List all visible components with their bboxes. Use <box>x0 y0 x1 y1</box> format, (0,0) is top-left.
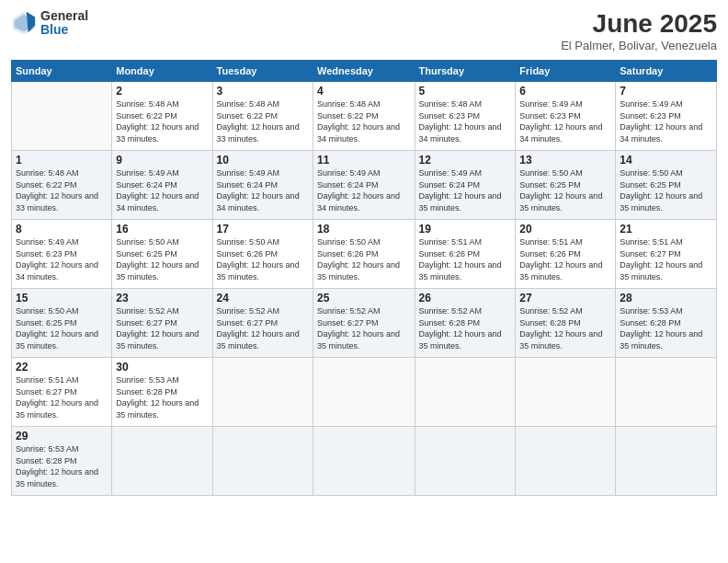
day-info: Sunrise: 5:49 AMSunset: 6:24 PMDaylight:… <box>317 167 410 213</box>
day-number: 4 <box>317 85 410 98</box>
day-number: 21 <box>620 223 712 236</box>
calendar-cell: 8Sunrise: 5:49 AMSunset: 6:23 PMDaylight… <box>12 220 112 289</box>
col-thursday: Thursday <box>415 61 516 82</box>
logo-text: General Blue <box>40 9 88 38</box>
day-number: 20 <box>519 223 611 236</box>
calendar-cell <box>12 82 112 151</box>
calendar-cell: 4Sunrise: 5:48 AMSunset: 6:22 PMDaylight… <box>313 82 415 151</box>
calendar-cell <box>313 358 415 427</box>
calendar-cell: 18Sunrise: 5:50 AMSunset: 6:26 PMDayligh… <box>313 220 415 289</box>
calendar-cell: 14Sunrise: 5:50 AMSunset: 6:25 PMDayligh… <box>616 151 717 220</box>
calendar-cell: 16Sunrise: 5:50 AMSunset: 6:25 PMDayligh… <box>112 220 212 289</box>
calendar-cell: 12Sunrise: 5:49 AMSunset: 6:24 PMDayligh… <box>415 151 516 220</box>
calendar-cell <box>415 427 516 496</box>
header: General Blue June 2025 El Palmer, Boliva… <box>11 9 717 52</box>
calendar-cell: 25Sunrise: 5:52 AMSunset: 6:27 PMDayligh… <box>313 289 415 358</box>
title-area: June 2025 El Palmer, Bolivar, Venezuela <box>561 9 717 52</box>
day-info: Sunrise: 5:49 AMSunset: 6:24 PMDaylight:… <box>419 167 512 213</box>
day-number: 26 <box>419 292 512 304</box>
day-number: 25 <box>317 292 410 304</box>
day-info: Sunrise: 5:51 AMSunset: 6:27 PMDaylight:… <box>16 374 108 420</box>
calendar-cell <box>112 427 212 496</box>
day-number: 14 <box>620 154 712 167</box>
calendar-cell: 2Sunrise: 5:48 AMSunset: 6:22 PMDaylight… <box>112 82 212 151</box>
col-tuesday: Tuesday <box>212 61 313 82</box>
day-number: 30 <box>116 361 208 373</box>
calendar-cell: 28Sunrise: 5:53 AMSunset: 6:28 PMDayligh… <box>616 289 717 358</box>
day-info: Sunrise: 5:49 AMSunset: 6:24 PMDaylight:… <box>116 167 208 213</box>
day-number: 9 <box>116 154 208 167</box>
day-number: 28 <box>620 292 712 304</box>
day-info: Sunrise: 5:50 AMSunset: 6:26 PMDaylight:… <box>317 236 410 282</box>
day-number: 11 <box>317 154 410 167</box>
calendar-week-row: 1Sunrise: 5:48 AMSunset: 6:22 PMDaylight… <box>12 151 717 220</box>
day-info: Sunrise: 5:49 AMSunset: 6:24 PMDaylight:… <box>217 167 309 213</box>
day-info: Sunrise: 5:52 AMSunset: 6:27 PMDaylight:… <box>317 305 410 351</box>
day-number: 12 <box>419 154 512 167</box>
day-info: Sunrise: 5:51 AMSunset: 6:26 PMDaylight:… <box>519 236 611 282</box>
day-number: 19 <box>419 223 512 236</box>
day-info: Sunrise: 5:50 AMSunset: 6:25 PMDaylight:… <box>620 167 712 213</box>
day-number: 10 <box>217 154 309 167</box>
day-info: Sunrise: 5:52 AMSunset: 6:27 PMDaylight:… <box>116 305 208 351</box>
calendar-cell: 22Sunrise: 5:51 AMSunset: 6:27 PMDayligh… <box>12 358 112 427</box>
col-monday: Monday <box>112 61 212 82</box>
day-info: Sunrise: 5:48 AMSunset: 6:22 PMDaylight:… <box>16 167 108 213</box>
logo-icon <box>11 10 37 36</box>
day-info: Sunrise: 5:48 AMSunset: 6:22 PMDaylight:… <box>317 98 410 144</box>
day-info: Sunrise: 5:49 AMSunset: 6:23 PMDaylight:… <box>16 236 108 282</box>
calendar-cell: 20Sunrise: 5:51 AMSunset: 6:26 PMDayligh… <box>516 220 616 289</box>
calendar-cell: 7Sunrise: 5:49 AMSunset: 6:23 PMDaylight… <box>616 82 717 151</box>
day-info: Sunrise: 5:50 AMSunset: 6:26 PMDaylight:… <box>217 236 309 282</box>
calendar-cell: 1Sunrise: 5:48 AMSunset: 6:22 PMDaylight… <box>12 151 112 220</box>
calendar-week-row: 15Sunrise: 5:50 AMSunset: 6:25 PMDayligh… <box>12 289 717 358</box>
day-info: Sunrise: 5:51 AMSunset: 6:26 PMDaylight:… <box>419 236 512 282</box>
day-number: 8 <box>16 223 108 236</box>
day-number: 18 <box>317 223 410 236</box>
logo-blue: Blue <box>40 23 88 37</box>
calendar-cell <box>516 358 616 427</box>
calendar-cell: 15Sunrise: 5:50 AMSunset: 6:25 PMDayligh… <box>12 289 112 358</box>
day-number: 6 <box>519 85 611 98</box>
calendar-cell <box>212 358 313 427</box>
calendar-cell: 6Sunrise: 5:49 AMSunset: 6:23 PMDaylight… <box>516 82 616 151</box>
calendar-cell: 29Sunrise: 5:53 AMSunset: 6:28 PMDayligh… <box>12 427 112 496</box>
calendar-cell: 13Sunrise: 5:50 AMSunset: 6:25 PMDayligh… <box>516 151 616 220</box>
calendar-cell: 5Sunrise: 5:48 AMSunset: 6:23 PMDaylight… <box>415 82 516 151</box>
calendar-cell: 26Sunrise: 5:52 AMSunset: 6:28 PMDayligh… <box>415 289 516 358</box>
header-row: Sunday Monday Tuesday Wednesday Thursday… <box>12 61 717 82</box>
calendar-cell <box>415 358 516 427</box>
day-info: Sunrise: 5:51 AMSunset: 6:27 PMDaylight:… <box>620 236 712 282</box>
day-number: 1 <box>16 154 108 167</box>
day-info: Sunrise: 5:53 AMSunset: 6:28 PMDaylight:… <box>16 443 108 489</box>
calendar-cell: 3Sunrise: 5:48 AMSunset: 6:22 PMDaylight… <box>212 82 313 151</box>
day-number: 17 <box>217 223 309 236</box>
calendar-cell <box>313 427 415 496</box>
day-info: Sunrise: 5:50 AMSunset: 6:25 PMDaylight:… <box>16 305 108 351</box>
logo: General Blue <box>11 9 88 38</box>
calendar-cell <box>516 427 616 496</box>
col-wednesday: Wednesday <box>313 61 415 82</box>
day-info: Sunrise: 5:53 AMSunset: 6:28 PMDaylight:… <box>116 374 208 420</box>
calendar-cell <box>212 427 313 496</box>
col-saturday: Saturday <box>616 61 717 82</box>
calendar-cell: 27Sunrise: 5:52 AMSunset: 6:28 PMDayligh… <box>516 289 616 358</box>
calendar-week-row: 22Sunrise: 5:51 AMSunset: 6:27 PMDayligh… <box>12 358 717 427</box>
day-number: 16 <box>116 223 208 236</box>
day-info: Sunrise: 5:52 AMSunset: 6:27 PMDaylight:… <box>217 305 309 351</box>
day-info: Sunrise: 5:49 AMSunset: 6:23 PMDaylight:… <box>620 98 712 144</box>
calendar-week-row: 8Sunrise: 5:49 AMSunset: 6:23 PMDaylight… <box>12 220 717 289</box>
day-number: 24 <box>217 292 309 304</box>
day-number: 29 <box>16 430 108 442</box>
page: General Blue June 2025 El Palmer, Boliva… <box>0 0 728 563</box>
day-info: Sunrise: 5:53 AMSunset: 6:28 PMDaylight:… <box>620 305 712 351</box>
calendar-cell: 17Sunrise: 5:50 AMSunset: 6:26 PMDayligh… <box>212 220 313 289</box>
calendar-cell: 30Sunrise: 5:53 AMSunset: 6:28 PMDayligh… <box>112 358 212 427</box>
calendar-cell: 21Sunrise: 5:51 AMSunset: 6:27 PMDayligh… <box>616 220 717 289</box>
calendar-cell: 24Sunrise: 5:52 AMSunset: 6:27 PMDayligh… <box>212 289 313 358</box>
day-number: 22 <box>16 361 108 373</box>
calendar-cell <box>616 427 717 496</box>
day-number: 5 <box>419 85 512 98</box>
day-info: Sunrise: 5:52 AMSunset: 6:28 PMDaylight:… <box>419 305 512 351</box>
calendar-cell: 10Sunrise: 5:49 AMSunset: 6:24 PMDayligh… <box>212 151 313 220</box>
